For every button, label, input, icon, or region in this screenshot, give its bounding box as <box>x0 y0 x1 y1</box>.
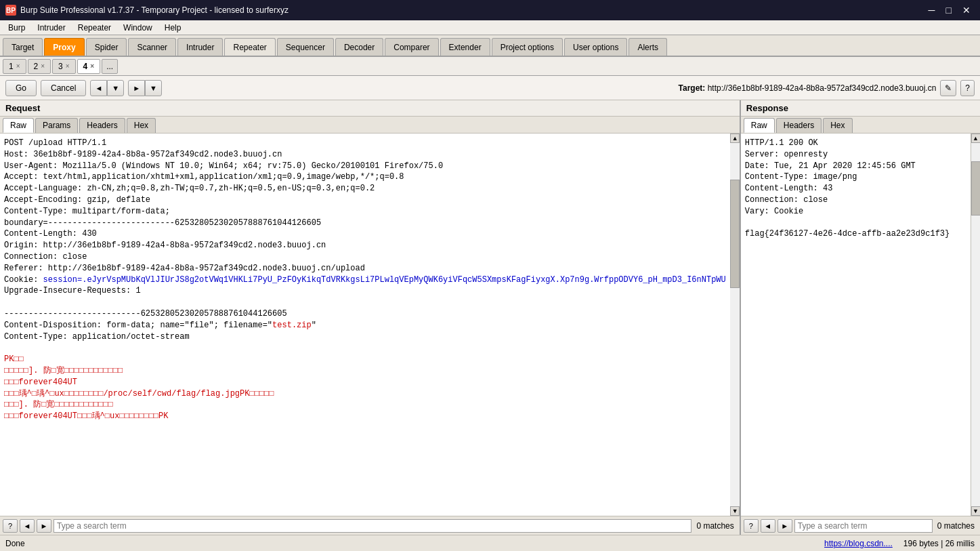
request-header: Request <box>0 100 740 117</box>
response-search-help[interactable]: ? <box>744 519 759 533</box>
main-tabs-bar: Target Proxy Spider Scanner Intruder Rep… <box>0 35 980 57</box>
response-tabs: Raw Headers Hex <box>741 117 980 134</box>
response-text-content[interactable]: HTTP/1.1 200 OK Server: openresty Date: … <box>741 134 971 516</box>
response-search-prev[interactable]: ◄ <box>761 519 775 533</box>
tab-scanner[interactable]: Scanner <box>128 38 176 56</box>
minimize-button[interactable]: ─ <box>924 5 939 16</box>
request-text-content[interactable]: POST /upload HTTP/1.1 Host: 36e1b8bf-918… <box>0 134 730 516</box>
repeater-tab-3[interactable]: 3 × <box>52 59 76 74</box>
response-scroll-track[interactable] <box>971 143 981 506</box>
tab-intruder[interactable]: Intruder <box>177 38 223 56</box>
close-tab-2[interactable]: × <box>41 62 45 70</box>
toolbar: Go Cancel ◄ ▼ ► ▼ Target: http://36e1b8b… <box>0 76 980 100</box>
request-content-wrapper: POST /upload HTTP/1.1 Host: 36e1b8bf-918… <box>0 134 740 516</box>
repeater-tab-more[interactable]: ... <box>102 59 118 74</box>
status-text: Done <box>5 539 25 548</box>
response-panel: Response Raw Headers Hex HTTP/1.1 200 OK… <box>741 100 980 535</box>
request-tab-raw[interactable]: Raw <box>3 118 34 133</box>
status-info: 196 bytes | 26 millis <box>903 539 975 548</box>
status-link[interactable]: https://blog.csdn.... <box>824 539 893 548</box>
response-tab-hex[interactable]: Hex <box>823 118 852 133</box>
request-match-count: 0 matches <box>694 521 736 531</box>
main-content: Request Raw Params Headers Hex POST /upl… <box>0 100 980 535</box>
nav-back-button[interactable]: ◄ <box>90 80 107 96</box>
help-button[interactable]: ? <box>960 80 975 96</box>
response-search-input[interactable] <box>794 519 933 533</box>
tab-extender[interactable]: Extender <box>440 38 490 56</box>
close-tab-3[interactable]: × <box>66 62 70 70</box>
nav-forward-button[interactable]: ► <box>128 80 145 96</box>
maximize-button[interactable]: □ <box>942 5 956 16</box>
menu-intruder[interactable]: Intruder <box>32 22 70 34</box>
request-search-help[interactable]: ? <box>3 519 18 533</box>
response-tab-raw[interactable]: Raw <box>744 118 775 133</box>
request-search-bar: ? ◄ ► 0 matches <box>0 516 740 535</box>
tab-user-options[interactable]: User options <box>564 38 627 56</box>
repeater-tab-4[interactable]: 4 × <box>77 59 101 74</box>
request-tab-params[interactable]: Params <box>35 118 78 133</box>
nav-back-dropdown[interactable]: ▼ <box>107 80 124 96</box>
request-search-next[interactable]: ► <box>37 519 51 533</box>
request-panel: Request Raw Params Headers Hex POST /upl… <box>0 100 741 535</box>
response-scroll-down[interactable]: ▼ <box>971 506 981 516</box>
status-bar: Done https://blog.csdn.... 196 bytes | 2… <box>0 535 980 551</box>
request-scroll-track[interactable] <box>730 143 740 506</box>
app-title: Burp Suite Professional v1.7.37 - Tempor… <box>20 5 289 15</box>
close-tab-1[interactable]: × <box>16 62 20 70</box>
edit-target-button[interactable]: ✎ <box>940 80 956 96</box>
tab-comparer[interactable]: Comparer <box>385 38 438 56</box>
close-tab-4[interactable]: × <box>90 62 94 70</box>
tab-spider[interactable]: Spider <box>86 38 127 56</box>
response-search-next[interactable]: ► <box>777 519 792 533</box>
menu-help[interactable]: Help <box>159 22 187 34</box>
response-content-wrapper: HTTP/1.1 200 OK Server: openresty Date: … <box>741 134 980 516</box>
response-search-bar: ? ◄ ► 0 matches <box>741 516 980 535</box>
tab-target[interactable]: Target <box>3 38 43 56</box>
cancel-button[interactable]: Cancel <box>41 80 86 96</box>
repeater-tab-2[interactable]: 2 × <box>28 59 51 74</box>
request-scroll-thumb[interactable] <box>730 180 740 289</box>
target-label: Target: http://36e1b8bf-9189-42a4-8b8a-9… <box>679 83 937 93</box>
request-tab-hex[interactable]: Hex <box>127 118 156 133</box>
tab-decoder[interactable]: Decoder <box>335 38 383 56</box>
request-scroll-up[interactable]: ▲ <box>730 134 740 143</box>
response-tab-headers[interactable]: Headers <box>776 118 822 133</box>
response-scroll-thumb[interactable] <box>971 161 981 216</box>
title-bar: BP Burp Suite Professional v1.7.37 - Tem… <box>0 0 980 20</box>
response-scroll-up[interactable]: ▲ <box>971 134 981 143</box>
request-search-prev[interactable]: ◄ <box>20 519 35 533</box>
nav-forward-group: ► ▼ <box>128 80 162 96</box>
target-url: http://36e1b8bf-9189-42a4-8b8a-9572af349… <box>708 83 937 93</box>
response-header: Response <box>741 100 980 117</box>
menu-window[interactable]: Window <box>118 22 158 34</box>
nav-back-group: ◄ ▼ <box>90 80 124 96</box>
request-search-input[interactable] <box>54 519 691 533</box>
tab-sequencer[interactable]: Sequencer <box>277 38 334 56</box>
tab-repeater[interactable]: Repeater <box>224 38 275 56</box>
nav-forward-dropdown[interactable]: ▼ <box>145 80 162 96</box>
response-match-count: 0 matches <box>935 521 977 531</box>
tab-alerts[interactable]: Alerts <box>629 38 667 56</box>
app-icon: BP <box>5 5 16 16</box>
menu-repeater[interactable]: Repeater <box>72 22 116 34</box>
close-button[interactable]: ✕ <box>958 5 975 16</box>
tab-project-options[interactable]: Project options <box>492 38 563 56</box>
repeater-tab-1[interactable]: 1 × <box>3 59 26 74</box>
request-tab-headers[interactable]: Headers <box>79 118 125 133</box>
request-tabs: Raw Params Headers Hex <box>0 117 740 134</box>
request-scrollbar[interactable]: ▲ ▼ <box>730 134 740 516</box>
go-button[interactable]: Go <box>5 80 37 96</box>
response-scrollbar[interactable]: ▲ ▼ <box>971 134 980 516</box>
menu-burp[interactable]: Burp <box>3 22 30 34</box>
menu-bar: Burp Intruder Repeater Window Help <box>0 20 980 35</box>
repeater-tabs: 1 × 2 × 3 × 4 × ... <box>0 57 980 76</box>
tab-proxy[interactable]: Proxy <box>44 38 84 56</box>
request-scroll-down[interactable]: ▼ <box>730 506 740 516</box>
